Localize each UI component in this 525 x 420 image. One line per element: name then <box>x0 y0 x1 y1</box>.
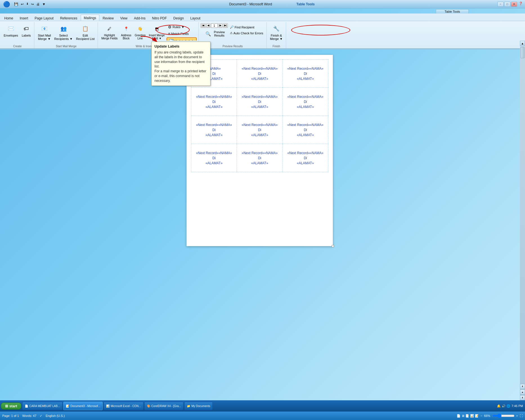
taskbar-icon-1: 📄 <box>25 405 28 408</box>
taskbar-btn-5[interactable]: 📁 My Documents <box>184 402 213 410</box>
tab-review[interactable]: Review <box>100 15 117 21</box>
auto-check-errors-button[interactable]: ⚠ Auto Check for Errors <box>228 30 265 36</box>
tab-mailings[interactable]: Mailings <box>81 15 99 21</box>
group-pr-buttons: |◀ ◀ ▶ ▶| 🔍 PreviewResults 🔎 Find Recip <box>201 22 264 44</box>
tab-design[interactable]: Design <box>170 15 187 21</box>
address-block-button[interactable]: 📍 AddressBlock <box>120 23 133 41</box>
labels-button[interactable]: 🏷 Labels <box>20 23 32 38</box>
taskbar-icon-5: 📁 <box>187 405 190 408</box>
preview-nav-col: |◀ ◀ ▶ ▶| 🔍 PreviewResults <box>201 23 228 39</box>
group-create-label: Create <box>13 44 22 48</box>
tab-nitro-pdf[interactable]: Nitro PDF <box>149 15 170 21</box>
taskbar-btn-3[interactable]: 📊 Microsoft Excel - CON... <box>104 402 143 410</box>
highlight-merge-fields-button[interactable]: 🖊 HighlightMerge Fields <box>100 23 119 41</box>
taskbar-label-4: CorelDRAW X4 - [Gra... <box>151 405 181 408</box>
edit-recipient-list-button[interactable]: 📋 EditRecipient List <box>75 23 96 41</box>
zoom-slider[interactable] <box>492 414 515 417</box>
record-number-input[interactable] <box>211 23 218 28</box>
tab-page-layout[interactable]: Page Layout <box>32 15 57 21</box>
select-recipients-button[interactable]: 👥 SelectRecipients ▼ <box>53 23 74 41</box>
taskbar-btn-2[interactable]: 📝 Document3 - Microsof... <box>63 402 103 410</box>
address-block-label: AddressBlock <box>121 34 131 40</box>
help-button[interactable]: ❓ <box>519 2 523 7</box>
finish-merge-label: Finish &Merge ▼ <box>270 34 283 41</box>
taskbar-icon-4: 🎨 <box>147 405 150 408</box>
label-cell-3-1: «Next Record»«NAMA» Di «ALAMAT» <box>191 116 237 144</box>
label-cell-3-3: «Next Record»«NAMA» Di «ALAMAT» <box>282 116 328 144</box>
zoom-in-btn[interactable]: + <box>516 414 518 417</box>
restore-button[interactable]: □ <box>504 2 510 7</box>
preview-nav-row: |◀ ◀ ▶ ▶| <box>201 23 228 28</box>
envelopes-button[interactable]: ✉️ Envelopes <box>2 23 19 38</box>
taskbar-btn-1[interactable]: 📄 CARA MEMBUAT LAB... <box>22 402 62 410</box>
tab-home[interactable]: Home <box>1 15 16 21</box>
redo-quick-btn[interactable]: ↪ <box>30 2 35 6</box>
taskbar: ⊞ start 📄 CARA MEMBUAT LAB... 📝 Document… <box>0 400 525 412</box>
taskbar-label-2: Document3 - Microsof... <box>70 405 100 408</box>
scroll-thumb[interactable] <box>520 47 524 58</box>
label-cell-4-2: «Next Record»«NAMA» Di «ALAMAT» <box>237 144 282 172</box>
greeting-line-button[interactable]: 👋 GreetingLine <box>133 23 147 41</box>
edit-recipient-list-label: EditRecipient List <box>76 34 95 41</box>
ribbon: Home Insert Page Layout References Maili… <box>0 14 525 50</box>
tab-view[interactable]: View <box>117 15 131 21</box>
label-cell-4-1: «Next Record»«NAMA» Di «ALAMAT» <box>191 144 237 172</box>
tab-insert[interactable]: Insert <box>17 15 31 21</box>
browse-select-btn[interactable]: ● <box>520 390 525 395</box>
save-quick-btn[interactable]: 💾 <box>13 2 19 6</box>
update-labels-button[interactable]: 🔄 Update Labels <box>167 37 197 41</box>
scroll-up-btn[interactable]: ▲ <box>520 41 525 46</box>
ribbon-tabs: Home Insert Page Layout References Maili… <box>0 14 525 21</box>
insert-merge-field-button[interactable]: ⬒ Insert MergeField ▼ <box>147 23 166 41</box>
edit-recipient-list-icon: 📋 <box>81 24 90 33</box>
resize-handle-br[interactable] <box>332 245 334 247</box>
undo-quick-btn[interactable]: ↩ <box>20 2 24 6</box>
match-fields-button[interactable]: ≡ Match Fields <box>167 31 197 37</box>
maximize-icon[interactable]: ⛶ <box>520 414 523 417</box>
group-smm-buttons: 📧 Start MailMerge ▼ 👥 SelectRecipients ▼… <box>36 22 96 44</box>
finish-merge-button[interactable]: 🔧 Finish &Merge ▼ <box>269 23 284 41</box>
match-fields-label: Match Fields <box>171 32 189 35</box>
tab-references[interactable]: References <box>57 15 80 21</box>
group-start-mail-merge: 📧 Start MailMerge ▼ 👥 SelectRecipients ▼… <box>35 22 98 48</box>
taskbar-btn-4[interactable]: 🎨 CorelDRAW X4 - [Gra... <box>144 402 184 410</box>
title-bar-left: 🔵 💾 ↩ ⬇ ↪ 🖨 ▼ <box>2 1 46 8</box>
document-area: «NAMA» Di «ALAMAT» «Next Record»«NAMA» D… <box>0 49 519 406</box>
first-record-btn[interactable]: |◀ <box>201 23 205 28</box>
spell-check-icon[interactable]: ✓ <box>40 414 42 418</box>
zoom-level: 66% <box>484 414 490 417</box>
rules-button[interactable]: ⚙ Rules ▼ <box>167 24 197 30</box>
tooltip-title: Update Labels <box>154 44 207 48</box>
view-icons[interactable]: 📄 🖥 📑 📊 📝 <box>457 414 479 418</box>
select-recipients-icon: 👥 <box>59 24 68 33</box>
print-quick-btn[interactable]: 🖨 <box>35 2 41 6</box>
system-tray: 🔔 🔊 🌐 7:46 PM <box>497 404 524 408</box>
browse-down-btn[interactable]: ⬇ <box>520 395 525 400</box>
zoom-out-btn[interactable]: − <box>481 414 482 417</box>
close-button[interactable]: ✕ <box>511 2 517 7</box>
table-row: «Next Record»«NAMA» Di «ALAMAT» «Next Re… <box>191 116 328 144</box>
tab-layout[interactable]: Layout <box>187 15 203 21</box>
preview-results-button[interactable]: 🔍 PreviewResults <box>202 28 226 39</box>
word-logo[interactable]: 🔵 <box>2 1 11 8</box>
insert-merge-field-icon: ⬒ <box>152 24 161 33</box>
group-wi-buttons: 🖊 HighlightMerge Fields 📍 AddressBlock 👋… <box>100 22 197 41</box>
group-finish-buttons: 🔧 Finish &Merge ▼ <box>269 22 284 44</box>
label-cell-2-2: «Next Record»«NAMA» Di «ALAMAT» <box>237 88 282 116</box>
customize-quick-btn[interactable]: ▼ <box>41 2 46 6</box>
small-buttons-col: ⚙ Rules ▼ ≡ Match Fields 🔄 Update Labels <box>167 23 197 41</box>
undo-arrow-btn[interactable]: ⬇ <box>25 2 29 6</box>
next-record-btn[interactable]: ▶ <box>218 23 223 28</box>
vertical-scrollbar[interactable]: ▲ ⬆ ● ⬇ ▼ <box>520 41 525 406</box>
rules-icon: ⚙ <box>168 25 172 29</box>
start-button[interactable]: ⊞ start <box>1 403 21 410</box>
tab-add-ins[interactable]: Add-Ins <box>131 15 149 21</box>
update-labels-tooltip: Update Labels If you are creating labels… <box>151 42 210 86</box>
table-row: «Next Record»«NAMA» Di «ALAMAT» «Next Re… <box>191 88 328 116</box>
last-record-btn[interactable]: ▶| <box>223 23 228 28</box>
browse-up-btn[interactable]: ⬆ <box>520 384 525 389</box>
start-mail-merge-button[interactable]: 📧 Start MailMerge ▼ <box>36 23 52 41</box>
prev-record-btn[interactable]: ◀ <box>206 23 210 28</box>
find-recipient-button[interactable]: 🔎 Find Recipient <box>228 24 265 30</box>
minimize-button[interactable]: − <box>497 2 504 7</box>
